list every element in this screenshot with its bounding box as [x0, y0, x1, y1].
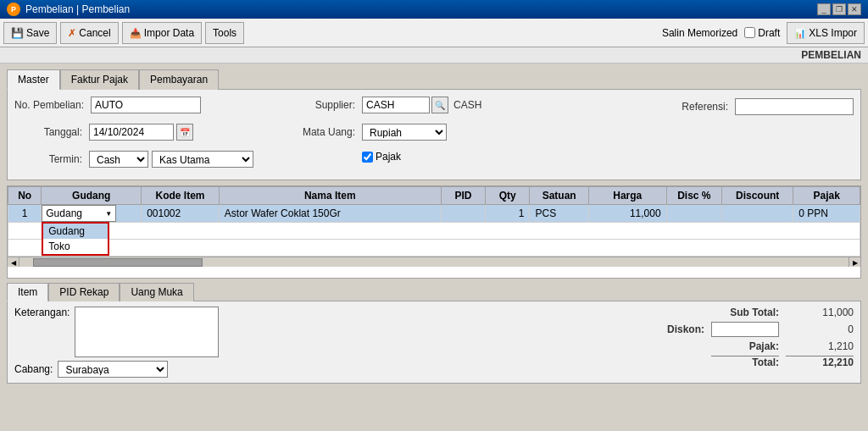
- col-gudang: Gudang: [42, 187, 142, 205]
- col-satuan: Satuan: [530, 187, 588, 205]
- mata-uang-group: Rupiah: [362, 124, 447, 141]
- keterangan-textarea[interactable]: [75, 307, 219, 357]
- bottom-tab-uang-muka[interactable]: Uang Muka: [120, 283, 193, 301]
- tanggal-row: Tanggal: 📅: [14, 124, 253, 141]
- tab-master[interactable]: Master: [7, 69, 60, 90]
- salin-memorized-label: Salin Memorized: [662, 27, 737, 39]
- sub-total-row: Sub Total: 11,000: [637, 307, 854, 318]
- cell-nama-item: Astor Wafer Coklat 150Gr: [219, 205, 441, 223]
- pajak-summary-value: 1,210: [786, 340, 854, 352]
- cabang-row: Cabang: Surabaya: [14, 361, 219, 378]
- diskon-label: Diskon:: [637, 323, 704, 335]
- kas-utama-select[interactable]: Kas Utama: [152, 151, 253, 168]
- cell-discount: [722, 205, 793, 223]
- tools-label: Tools: [213, 27, 236, 39]
- scroll-right-button[interactable]: ▶: [849, 257, 860, 267]
- xls-icon: [794, 27, 806, 39]
- supplier-code-input[interactable]: [362, 97, 430, 113]
- data-table: No Gudang Kode Item Nama Item PID Qty Sa…: [8, 186, 860, 257]
- tab-pembayaran[interactable]: Pembayaran: [139, 69, 219, 90]
- pajak-summary-label: Pajak:: [711, 340, 779, 352]
- no-pembelian-row: No. Pembelian:: [14, 97, 253, 113]
- cell-qty: 1: [486, 205, 530, 223]
- bottom-tab-pid-rekap[interactable]: PID Rekap: [48, 283, 120, 301]
- form-panel: No. Pembelian: Tanggal: 📅 Termin: Cash: [7, 89, 861, 180]
- tanggal-input[interactable]: [89, 124, 174, 141]
- diskon-row: Diskon: 0: [637, 322, 854, 337]
- mata-uang-select[interactable]: Rupiah: [362, 124, 447, 141]
- cancel-label: Cancel: [79, 27, 110, 39]
- xls-impor-button[interactable]: XLS Impor: [787, 22, 865, 44]
- diskon-value: 0: [786, 323, 854, 335]
- cell-gudang[interactable]: Gudang ▼ Gudang Toko: [42, 205, 142, 223]
- cabang-label: Cabang:: [14, 363, 53, 375]
- restore-button[interactable]: ❐: [832, 3, 846, 15]
- no-pembelian-input[interactable]: [91, 97, 201, 113]
- supplier-lookup-button[interactable]: 🔍: [431, 97, 448, 113]
- cancel-button[interactable]: Cancel: [60, 22, 118, 44]
- mata-uang-row: Mata Uang: Rupiah: [287, 124, 481, 141]
- supplier-label: Supplier:: [287, 99, 355, 111]
- draft-checkbox[interactable]: [744, 27, 755, 38]
- scrollbar-thumb[interactable]: [33, 258, 203, 267]
- col-qty: Qty: [486, 187, 530, 205]
- close-button[interactable]: ✕: [848, 3, 861, 15]
- total-row: Total: 12,210: [637, 356, 854, 368]
- calendar-button[interactable]: 📅: [176, 124, 193, 141]
- pajak-checkbox[interactable]: [362, 152, 373, 163]
- gudang-option-toko[interactable]: Toko: [43, 239, 108, 254]
- toolbar-right: Salin Memorized Draft XLS Impor: [662, 22, 865, 44]
- horizontal-scrollbar[interactable]: ◀ ▶: [8, 257, 860, 267]
- tanggal-group: 📅: [89, 124, 193, 141]
- referensi-label: Referensi:: [660, 101, 728, 113]
- import-icon: [130, 27, 142, 39]
- toolbar: Save Cancel Impor Data Tools Salin Memor…: [0, 19, 868, 47]
- xls-label: XLS Impor: [809, 27, 857, 39]
- supplier-row: Supplier: 🔍 CASH: [287, 97, 481, 113]
- bottom-tabs: Item PID Rekap Uang Muka: [7, 282, 861, 301]
- pajak-label: Pajak: [376, 151, 401, 163]
- col-pajak: Pajak: [793, 187, 860, 205]
- referensi-input[interactable]: [735, 98, 854, 115]
- tools-button[interactable]: Tools: [205, 22, 244, 44]
- termin-label: Termin:: [14, 153, 82, 165]
- top-tabs: Master Faktur Pajak Pembayaran: [7, 69, 861, 89]
- draft-checkbox-group: Draft: [744, 27, 780, 39]
- bottom-section: Item PID Rekap Uang Muka Keterangan: Cab…: [7, 282, 861, 384]
- col-harga: Harga: [588, 187, 666, 205]
- diskon-input[interactable]: [711, 322, 779, 337]
- save-label: Save: [26, 27, 49, 39]
- no-pembelian-label: No. Pembelian:: [14, 99, 84, 111]
- import-data-button[interactable]: Impor Data: [122, 22, 202, 44]
- total-value: 12,210: [786, 356, 854, 368]
- minimize-button[interactable]: _: [817, 3, 831, 15]
- cancel-icon: [68, 27, 76, 39]
- save-icon: [11, 27, 24, 39]
- col-nama-item: Nama Item: [219, 187, 441, 205]
- draft-label: Draft: [758, 27, 780, 39]
- termin-row: Termin: Cash Kas Utama: [14, 151, 253, 168]
- tab-faktur-pajak[interactable]: Faktur Pajak: [60, 69, 139, 90]
- scroll-left-button[interactable]: ◀: [8, 257, 19, 267]
- supplier-group: 🔍 CASH: [362, 97, 481, 113]
- table-row[interactable]: 1 Gudang ▼ Gudang Toko 001002: [8, 205, 860, 223]
- gudang-arrow: ▼: [105, 210, 112, 218]
- col-kode-item: Kode Item: [142, 187, 220, 205]
- col-disc-pct: Disc %: [666, 187, 721, 205]
- keterangan-section: Keterangan: Cabang: Surabaya: [14, 307, 219, 378]
- termin-select[interactable]: Cash: [89, 151, 148, 168]
- gudang-option-gudang[interactable]: Gudang: [43, 224, 108, 239]
- save-button[interactable]: Save: [3, 22, 57, 44]
- keterangan-row: Keterangan:: [14, 307, 219, 357]
- supplier-name-display: CASH: [453, 99, 481, 111]
- sub-total-value: 11,000: [786, 307, 854, 318]
- tanggal-label: Tanggal:: [14, 126, 82, 138]
- col-pid: PID: [441, 187, 485, 205]
- title-bar: P Pembelian | Pembelian _ ❐ ✕: [0, 0, 868, 19]
- table-row-empty-1: [8, 223, 860, 240]
- gudang-dropdown-trigger[interactable]: Gudang ▼: [42, 205, 116, 222]
- cabang-select[interactable]: Surabaya: [58, 361, 168, 378]
- bottom-tab-item[interactable]: Item: [7, 283, 48, 301]
- keterangan-label: Keterangan:: [14, 307, 70, 357]
- app-icon: P: [7, 3, 20, 16]
